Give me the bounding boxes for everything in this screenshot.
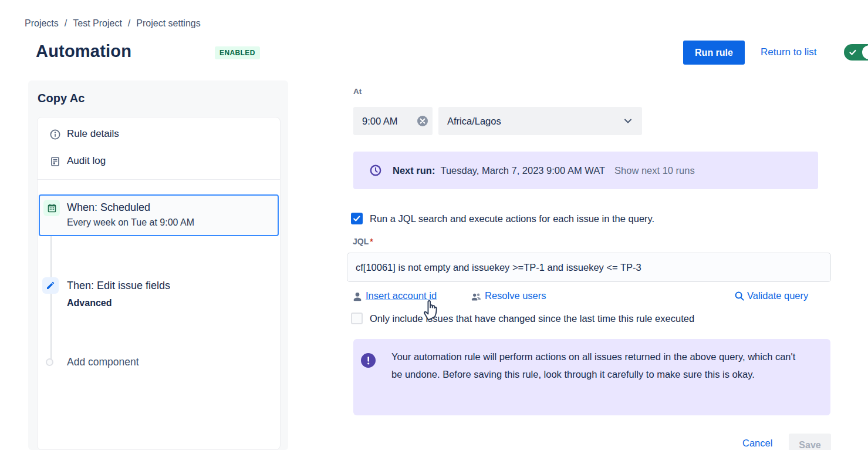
check-icon (849, 48, 857, 56)
automation-rule-editor: Projects / Test Project / Project settin… (0, 0, 868, 450)
jql-search-checkbox[interactable] (351, 213, 363, 224)
page-title: Automation (36, 42, 131, 61)
add-component-node[interactable] (46, 358, 53, 366)
required-asterisk: * (370, 237, 373, 246)
sidebar-item-rule-details[interactable]: Rule details (67, 128, 119, 140)
time-value: 9:00 AM (362, 116, 398, 127)
add-component-label[interactable]: Add component (67, 356, 139, 368)
when-step-title: When: Scheduled (67, 202, 150, 214)
breadcrumb-separator: / (65, 18, 67, 29)
next-run-banner: Next run: Tuesday, March 7, 2023 9:00 AM… (353, 152, 818, 189)
pencil-icon (42, 277, 59, 294)
return-to-list-link[interactable]: Return to list (761, 46, 816, 58)
jql-search-checkbox-label[interactable]: Run a JQL search and execute actions for… (370, 213, 654, 224)
step-when-scheduled[interactable] (39, 194, 279, 236)
run-rule-button[interactable]: Run rule (683, 41, 745, 65)
breadcrumb-test-project[interactable]: Test Project (73, 18, 122, 29)
then-step-subtitle: Advanced (67, 298, 112, 308)
only-changed-checkbox[interactable] (351, 313, 363, 324)
jql-field-label: JQL* (353, 237, 373, 246)
audit-log-icon (49, 156, 61, 167)
status-badge: ENABLED (215, 46, 260, 59)
when-step-subtitle: Every week on Tue at 9:00 AM (67, 217, 194, 228)
calendar-icon (43, 200, 60, 216)
search-icon (734, 291, 745, 301)
clear-time-icon[interactable] (417, 116, 428, 126)
rule-name: Copy Ac (38, 92, 85, 105)
sidebar-divider (38, 179, 280, 180)
toggle-knob (862, 45, 868, 59)
next-run-value: Tuesday, March 7, 2023 9:00 AM WAT (440, 165, 605, 176)
breadcrumb-projects[interactable]: Projects (25, 18, 59, 29)
save-button[interactable]: Save (789, 434, 831, 450)
at-label: At (353, 87, 362, 96)
validate-query-link[interactable]: Validate query (747, 290, 808, 301)
warning-icon (361, 353, 376, 368)
chevron-down-icon (623, 116, 633, 126)
warning-text: Your automation rule will perform action… (391, 348, 808, 383)
next-run-label: Next run: (393, 165, 435, 176)
show-next-runs-link[interactable]: Show next 10 runs (614, 165, 695, 176)
cancel-button[interactable]: Cancel (742, 438, 772, 449)
clock-icon (369, 164, 382, 177)
timezone-select[interactable]: Africa/Lagos (438, 107, 642, 135)
breadcrumb-project-settings[interactable]: Project settings (136, 18, 200, 29)
then-step-title[interactable]: Then: Edit issue fields (67, 280, 170, 292)
resolve-users-link[interactable]: Resolve users (485, 290, 546, 301)
sidebar-item-audit-log[interactable]: Audit log (67, 155, 106, 167)
rule-enabled-toggle[interactable] (844, 44, 868, 61)
check-icon (353, 214, 361, 223)
person-icon (352, 291, 363, 302)
only-changed-checkbox-label[interactable]: Only include issues that have changed si… (370, 313, 694, 324)
people-icon (471, 292, 481, 302)
jql-input[interactable] (347, 253, 831, 282)
timezone-value: Africa/Lagos (447, 116, 501, 127)
breadcrumb: Projects / Test Project / Project settin… (25, 18, 201, 29)
info-icon (49, 129, 61, 140)
insert-account-id-link[interactable]: Insert account id (366, 290, 437, 301)
breadcrumb-separator: / (128, 18, 130, 29)
